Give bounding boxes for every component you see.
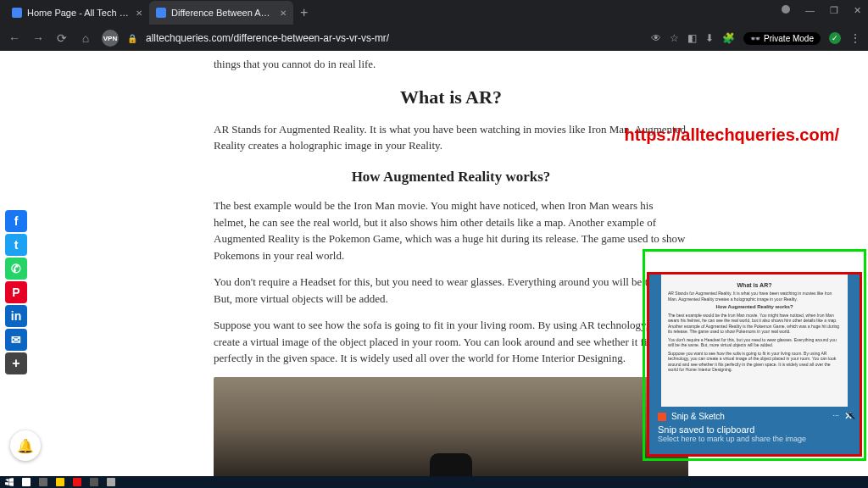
highlight-box-red: What is AR? AR Stands for Augmented Real…	[647, 272, 862, 457]
search-icon[interactable]	[22, 478, 31, 486]
article-body: things that you cannot do in real life. …	[214, 51, 688, 476]
page-content: https://alltechqueries.com/ things that …	[0, 51, 868, 476]
snip-preview-thumbnail[interactable]: What is AR? AR Stands for Augmented Real…	[649, 274, 860, 407]
taskbar-app-icon[interactable]	[107, 478, 115, 486]
paragraph: You don't require a Headset for this, bu…	[214, 274, 688, 307]
star-icon[interactable]: ☆	[670, 32, 679, 44]
share-icon[interactable]: +	[5, 352, 27, 374]
more-icon[interactable]: ···	[832, 411, 839, 419]
menu-button[interactable]: ⋮	[849, 31, 861, 45]
close-window-button[interactable]: ✕	[854, 5, 861, 16]
site-icon	[12, 8, 22, 18]
forward-button[interactable]: →	[31, 31, 46, 45]
email-icon[interactable]: ✉	[5, 329, 27, 351]
snip-app-name: Snip & Sketch	[671, 412, 725, 421]
tab-title: Difference Between AR Vs VR Vs	[171, 8, 275, 18]
whatsapp-icon[interactable]: ✆	[5, 258, 27, 280]
browser-chrome: Home Page - All Tech Queries ✕ Differenc…	[0, 0, 868, 51]
close-icon[interactable]: ✕	[136, 8, 142, 18]
home-button[interactable]: ⌂	[78, 31, 93, 45]
paragraph: The best example would be the Iron Man m…	[214, 197, 688, 263]
cursor-icon: ↖	[848, 410, 856, 422]
linkedin-icon[interactable]: in	[5, 305, 27, 327]
address-bar: ← → ⟳ ⌂ VPN 🔒 alltechqueries.com/differe…	[0, 25, 868, 51]
eye-icon[interactable]: 👁	[651, 32, 661, 44]
start-button[interactable]	[5, 478, 14, 486]
lock-icon: 🔒	[127, 34, 137, 43]
phone-shape	[430, 453, 472, 477]
tab-bar: Home Page - All Tech Queries ✕ Differenc…	[0, 0, 868, 25]
heading-what-is-ar: What is AR?	[214, 83, 688, 111]
highlight-box-green: What is AR? AR Stands for Augmented Real…	[643, 249, 866, 461]
snip-subtitle: Select here to mark up and share the ima…	[658, 435, 851, 443]
site-icon	[156, 8, 166, 18]
close-icon[interactable]: ✕	[280, 8, 287, 18]
vpn-icon[interactable]: VPN	[102, 30, 119, 47]
record-icon	[782, 5, 790, 14]
puzzle-icon[interactable]: 🧩	[722, 32, 735, 44]
task-view-icon[interactable]	[39, 478, 47, 486]
paragraph: AR Stands for Augmented Reality. It is w…	[214, 121, 688, 154]
twitter-icon[interactable]: t	[5, 234, 27, 256]
article-image	[214, 377, 688, 477]
extension-icon[interactable]: ◧	[687, 32, 697, 44]
taskbar-app-icon[interactable]	[73, 478, 81, 486]
tab-title: Home Page - All Tech Queries	[27, 8, 131, 18]
back-button[interactable]: ←	[7, 31, 22, 45]
file-explorer-icon[interactable]	[56, 478, 64, 486]
extension-icon[interactable]: ⬇	[705, 32, 714, 44]
window-controls: — ❐ ✕	[782, 5, 861, 16]
snip-notification[interactable]: Snip & Sketch ··· ✕ Snip saved to clipbo…	[649, 407, 860, 454]
taskbar-app-icon[interactable]	[90, 478, 98, 486]
heading-how-works: How Augmented Reality works?	[214, 166, 688, 188]
intro-tail: things that you cannot do in real life.	[214, 56, 688, 73]
watermark-url: https://alltechqueries.com/	[625, 125, 839, 145]
pinterest-icon[interactable]: P	[5, 281, 27, 303]
reload-button[interactable]: ⟳	[54, 31, 70, 45]
private-mode-badge: 👓 Private Mode	[743, 32, 821, 45]
windows-taskbar[interactable]	[0, 476, 868, 488]
paragraph: Suppose you want to see how the sofa is …	[214, 317, 688, 367]
maximize-button[interactable]: ❐	[830, 5, 838, 16]
minimize-button[interactable]: —	[805, 5, 815, 16]
mask-icon: 👓	[750, 34, 760, 43]
tab-article[interactable]: Difference Between AR Vs VR Vs ✕	[149, 1, 293, 25]
social-share-bar: f t ✆ P in ✉ +	[5, 210, 27, 374]
snip-title: Snip saved to clipboard	[658, 424, 851, 435]
new-tab-button[interactable]: +	[293, 5, 314, 20]
url-field[interactable]: alltechqueries.com/difference-between-ar…	[146, 32, 643, 44]
check-icon[interactable]: ✓	[829, 32, 841, 44]
notification-bell-icon[interactable]: 🔔	[10, 430, 41, 461]
snip-sketch-icon	[658, 413, 666, 421]
facebook-icon[interactable]: f	[5, 210, 27, 232]
tab-home[interactable]: Home Page - All Tech Queries ✕	[5, 1, 149, 25]
